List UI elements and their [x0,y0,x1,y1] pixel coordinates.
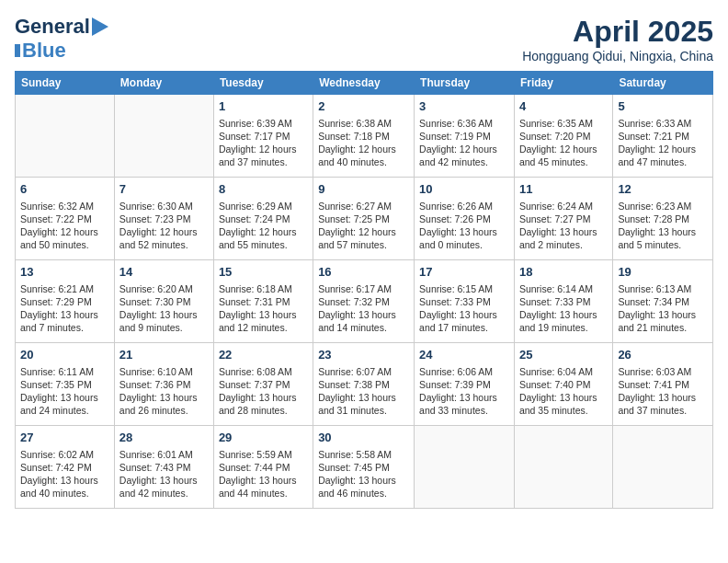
weekday-friday: Friday [514,72,612,95]
calendar-cell: 14Sunrise: 6:20 AM Sunset: 7:30 PM Dayli… [114,260,213,343]
calendar-cell: 8Sunrise: 6:29 AM Sunset: 7:24 PM Daylig… [213,178,313,260]
day-number: 2 [318,98,409,115]
day-info: Sunrise: 5:58 AM Sunset: 7:45 PM Dayligh… [318,448,409,500]
day-info: Sunrise: 6:27 AM Sunset: 7:25 PM Dayligh… [318,200,409,252]
day-info: Sunrise: 6:23 AM Sunset: 7:28 PM Dayligh… [618,200,708,252]
page-header: General Blue April 2025 Hongguang Qidui,… [15,15,713,63]
month-title: April 2025 [522,15,713,49]
logo-arrow-icon [92,17,108,36]
calendar-cell [613,426,713,509]
day-info: Sunrise: 6:06 AM Sunset: 7:39 PM Dayligh… [419,365,509,418]
day-info: Sunrise: 6:26 AM Sunset: 7:26 PM Dayligh… [419,200,509,252]
day-number: 14 [119,264,209,281]
calendar-cell: 26Sunrise: 6:03 AM Sunset: 7:41 PM Dayli… [613,343,713,426]
week-row-2: 13Sunrise: 6:21 AM Sunset: 7:29 PM Dayli… [16,260,713,343]
day-info: Sunrise: 6:39 AM Sunset: 7:17 PM Dayligh… [219,117,308,169]
day-number: 19 [618,264,708,281]
calendar-cell: 23Sunrise: 6:07 AM Sunset: 7:38 PM Dayli… [313,343,415,426]
day-info: Sunrise: 6:17 AM Sunset: 7:32 PM Dayligh… [318,282,409,335]
day-info: Sunrise: 6:08 AM Sunset: 7:37 PM Dayligh… [219,365,308,418]
title-block: April 2025 Hongguang Qidui, Ningxia, Chi… [522,15,713,63]
calendar-cell: 1Sunrise: 6:39 AM Sunset: 7:17 PM Daylig… [213,95,313,178]
day-info: Sunrise: 6:18 AM Sunset: 7:31 PM Dayligh… [219,282,308,335]
calendar-table: SundayMondayTuesdayWednesdayThursdayFrid… [15,71,713,509]
calendar-cell: 13Sunrise: 6:21 AM Sunset: 7:29 PM Dayli… [16,260,115,343]
day-number: 26 [618,347,708,363]
day-info: Sunrise: 6:03 AM Sunset: 7:41 PM Dayligh… [618,365,708,418]
day-number: 23 [318,347,409,363]
calendar-cell: 27Sunrise: 6:02 AM Sunset: 7:42 PM Dayli… [16,426,115,509]
day-number: 25 [519,347,608,363]
calendar-cell: 20Sunrise: 6:11 AM Sunset: 7:35 PM Dayli… [16,343,115,426]
calendar-cell [16,95,115,178]
calendar-cell: 18Sunrise: 6:14 AM Sunset: 7:33 PM Dayli… [514,260,612,343]
calendar-cell: 30Sunrise: 5:58 AM Sunset: 7:45 PM Dayli… [313,426,415,509]
calendar-cell: 21Sunrise: 6:10 AM Sunset: 7:36 PM Dayli… [114,343,213,426]
day-info: Sunrise: 6:35 AM Sunset: 7:20 PM Dayligh… [519,117,608,169]
week-row-0: 1Sunrise: 6:39 AM Sunset: 7:17 PM Daylig… [16,95,713,178]
day-info: Sunrise: 6:11 AM Sunset: 7:35 PM Dayligh… [20,365,109,418]
calendar-cell: 4Sunrise: 6:35 AM Sunset: 7:20 PM Daylig… [514,95,612,178]
calendar-cell: 9Sunrise: 6:27 AM Sunset: 7:25 PM Daylig… [313,178,415,260]
day-number: 3 [419,98,509,115]
day-number: 30 [318,430,409,446]
day-number: 21 [119,347,209,363]
calendar-cell: 6Sunrise: 6:32 AM Sunset: 7:22 PM Daylig… [16,178,115,260]
week-row-4: 27Sunrise: 6:02 AM Sunset: 7:42 PM Dayli… [16,426,713,509]
day-info: Sunrise: 6:30 AM Sunset: 7:23 PM Dayligh… [119,200,209,252]
calendar-cell: 24Sunrise: 6:06 AM Sunset: 7:39 PM Dayli… [415,343,515,426]
location-title: Hongguang Qidui, Ningxia, China [522,49,713,63]
day-info: Sunrise: 6:15 AM Sunset: 7:33 PM Dayligh… [419,282,509,335]
calendar-cell: 5Sunrise: 6:33 AM Sunset: 7:21 PM Daylig… [613,95,713,178]
calendar-cell: 29Sunrise: 5:59 AM Sunset: 7:44 PM Dayli… [213,426,313,509]
weekday-wednesday: Wednesday [313,72,415,95]
weekday-tuesday: Tuesday [213,72,313,95]
day-info: Sunrise: 6:20 AM Sunset: 7:30 PM Dayligh… [119,282,209,335]
day-info: Sunrise: 6:21 AM Sunset: 7:29 PM Dayligh… [20,282,109,335]
day-number: 22 [219,347,308,363]
calendar-cell: 7Sunrise: 6:30 AM Sunset: 7:23 PM Daylig… [114,178,213,260]
weekday-saturday: Saturday [613,72,713,95]
day-number: 24 [419,347,509,363]
day-info: Sunrise: 6:13 AM Sunset: 7:34 PM Dayligh… [618,282,708,335]
calendar-cell [514,426,612,509]
day-info: Sunrise: 5:59 AM Sunset: 7:44 PM Dayligh… [219,448,308,500]
weekday-sunday: Sunday [16,72,115,95]
day-number: 4 [519,98,608,115]
calendar-cell: 11Sunrise: 6:24 AM Sunset: 7:27 PM Dayli… [514,178,612,260]
day-info: Sunrise: 6:14 AM Sunset: 7:33 PM Dayligh… [519,282,608,335]
day-number: 13 [20,264,109,281]
calendar-cell: 22Sunrise: 6:08 AM Sunset: 7:37 PM Dayli… [213,343,313,426]
svg-marker-0 [92,17,108,36]
day-info: Sunrise: 6:04 AM Sunset: 7:40 PM Dayligh… [519,365,608,418]
calendar-cell: 12Sunrise: 6:23 AM Sunset: 7:28 PM Dayli… [613,178,713,260]
day-number: 20 [20,347,109,363]
day-number: 15 [219,264,308,281]
day-number: 7 [119,181,209,198]
day-info: Sunrise: 6:32 AM Sunset: 7:22 PM Dayligh… [20,200,109,252]
day-number: 29 [219,430,308,446]
calendar-body: 1Sunrise: 6:39 AM Sunset: 7:17 PM Daylig… [16,95,713,509]
day-number: 9 [318,181,409,198]
day-info: Sunrise: 6:24 AM Sunset: 7:27 PM Dayligh… [519,200,608,252]
day-number: 28 [119,430,209,446]
day-number: 17 [419,264,509,281]
calendar-cell: 19Sunrise: 6:13 AM Sunset: 7:34 PM Dayli… [613,260,713,343]
day-number: 5 [618,98,708,115]
calendar-cell: 2Sunrise: 6:38 AM Sunset: 7:18 PM Daylig… [313,95,415,178]
calendar-cell [415,426,515,509]
calendar-cell [114,95,213,178]
weekday-header-row: SundayMondayTuesdayWednesdayThursdayFrid… [16,72,713,95]
day-info: Sunrise: 6:07 AM Sunset: 7:38 PM Dayligh… [318,365,409,418]
day-number: 8 [219,181,308,198]
day-info: Sunrise: 6:36 AM Sunset: 7:19 PM Dayligh… [419,117,509,169]
logo-text-general: General [15,15,90,39]
day-number: 27 [20,430,109,446]
day-number: 11 [519,181,608,198]
day-info: Sunrise: 6:10 AM Sunset: 7:36 PM Dayligh… [119,365,209,418]
day-number: 6 [20,181,109,198]
calendar-cell: 15Sunrise: 6:18 AM Sunset: 7:31 PM Dayli… [213,260,313,343]
day-number: 16 [318,264,409,281]
calendar-cell: 16Sunrise: 6:17 AM Sunset: 7:32 PM Dayli… [313,260,415,343]
weekday-thursday: Thursday [415,72,515,95]
